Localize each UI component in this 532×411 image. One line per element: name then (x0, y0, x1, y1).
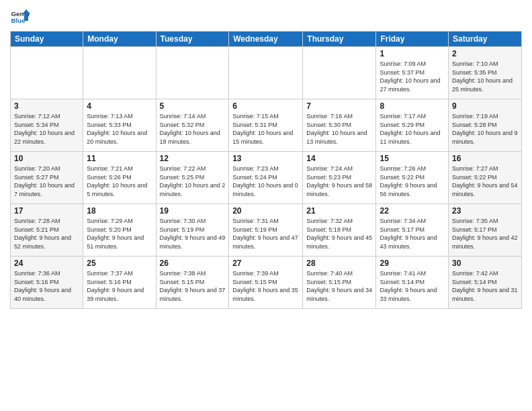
day-number: 5 (160, 101, 226, 111)
page: General Blue SundayMondayTuesdayWednesda… (0, 0, 532, 316)
day-number: 14 (306, 154, 372, 163)
day-number: 3 (14, 101, 79, 111)
day-info: Sunrise: 7:35 AMSunset: 5:17 PMDaylight:… (452, 217, 518, 250)
calendar-cell: 9Sunrise: 7:19 AMSunset: 5:28 PMDaylight… (449, 99, 522, 152)
day-info: Sunrise: 7:34 AMSunset: 5:17 PMDaylight:… (380, 217, 445, 250)
calendar-cell: 11Sunrise: 7:21 AMSunset: 5:26 PMDayligh… (83, 152, 156, 204)
header: General Blue (10, 7, 522, 27)
calendar-cell: 20Sunrise: 7:31 AMSunset: 5:19 PMDayligh… (229, 204, 303, 257)
day-header-thursday: Thursday (303, 32, 376, 47)
day-number: 29 (380, 259, 445, 268)
day-number: 18 (87, 206, 152, 216)
calendar-cell: 7Sunrise: 7:16 AMSunset: 5:30 PMDaylight… (303, 99, 376, 152)
day-number: 6 (232, 101, 299, 111)
day-info: Sunrise: 7:17 AMSunset: 5:29 PMDaylight:… (380, 112, 445, 146)
svg-text:Blue: Blue (11, 17, 26, 24)
day-number: 27 (232, 259, 299, 268)
calendar-cell: 16Sunrise: 7:27 AMSunset: 5:22 PMDayligh… (449, 152, 522, 204)
day-info: Sunrise: 7:31 AMSunset: 5:19 PMDaylight:… (232, 217, 299, 250)
calendar-cell: 12Sunrise: 7:22 AMSunset: 5:25 PMDayligh… (156, 152, 229, 204)
calendar-cell: 23Sunrise: 7:35 AMSunset: 5:17 PMDayligh… (449, 204, 522, 257)
calendar-cell (156, 47, 229, 99)
day-info: Sunrise: 7:24 AMSunset: 5:23 PMDaylight:… (306, 165, 372, 198)
day-number: 4 (87, 101, 152, 111)
day-number: 24 (14, 259, 79, 268)
day-number: 1 (380, 49, 445, 58)
calendar-cell: 8Sunrise: 7:17 AMSunset: 5:29 PMDaylight… (376, 99, 449, 152)
day-header-saturday: Saturday (449, 32, 522, 47)
day-number: 22 (380, 206, 445, 216)
day-number: 8 (380, 101, 445, 111)
calendar-cell (303, 47, 376, 99)
day-info: Sunrise: 7:22 AMSunset: 5:25 PMDaylight:… (160, 165, 226, 198)
day-info: Sunrise: 7:12 AMSunset: 5:34 PMDaylight:… (14, 112, 79, 146)
day-number: 20 (232, 206, 299, 216)
calendar-cell: 29Sunrise: 7:41 AMSunset: 5:14 PMDayligh… (376, 257, 449, 309)
calendar-cell: 4Sunrise: 7:13 AMSunset: 5:33 PMDaylight… (83, 99, 156, 152)
calendar-cell: 27Sunrise: 7:39 AMSunset: 5:15 PMDayligh… (229, 257, 303, 309)
day-number: 26 (160, 259, 226, 268)
day-header-wednesday: Wednesday (229, 32, 303, 47)
calendar-cell: 26Sunrise: 7:38 AMSunset: 5:15 PMDayligh… (156, 257, 229, 309)
calendar-cell: 19Sunrise: 7:30 AMSunset: 5:19 PMDayligh… (156, 204, 229, 257)
day-info: Sunrise: 7:42 AMSunset: 5:14 PMDaylight:… (452, 269, 518, 303)
day-info: Sunrise: 7:13 AMSunset: 5:33 PMDaylight:… (87, 112, 152, 146)
day-info: Sunrise: 7:29 AMSunset: 5:20 PMDaylight:… (87, 217, 152, 250)
calendar-header-row: SundayMondayTuesdayWednesdayThursdayFrid… (11, 32, 522, 47)
logo-icon: General Blue (10, 7, 30, 27)
calendar-cell: 24Sunrise: 7:36 AMSunset: 5:16 PMDayligh… (11, 257, 83, 309)
week-row-2: 3Sunrise: 7:12 AMSunset: 5:34 PMDaylight… (11, 99, 522, 152)
calendar-cell: 28Sunrise: 7:40 AMSunset: 5:15 PMDayligh… (303, 257, 376, 309)
day-info: Sunrise: 7:32 AMSunset: 5:18 PMDaylight:… (306, 217, 372, 250)
day-info: Sunrise: 7:36 AMSunset: 5:16 PMDaylight:… (14, 269, 79, 303)
day-number: 19 (160, 206, 226, 216)
day-number: 9 (452, 101, 518, 111)
week-row-3: 10Sunrise: 7:20 AMSunset: 5:27 PMDayligh… (11, 152, 522, 204)
day-header-monday: Monday (83, 32, 156, 47)
day-info: Sunrise: 7:21 AMSunset: 5:26 PMDaylight:… (87, 165, 152, 198)
day-number: 21 (306, 206, 372, 216)
day-number: 25 (87, 259, 152, 268)
day-info: Sunrise: 7:27 AMSunset: 5:22 PMDaylight:… (452, 165, 518, 198)
calendar-cell: 15Sunrise: 7:26 AMSunset: 5:22 PMDayligh… (376, 152, 449, 204)
day-info: Sunrise: 7:10 AMSunset: 5:35 PMDaylight:… (452, 60, 518, 93)
day-info: Sunrise: 7:41 AMSunset: 5:14 PMDaylight:… (380, 269, 445, 303)
day-info: Sunrise: 7:30 AMSunset: 5:19 PMDaylight:… (160, 217, 226, 250)
calendar-cell: 10Sunrise: 7:20 AMSunset: 5:27 PMDayligh… (11, 152, 83, 204)
day-info: Sunrise: 7:15 AMSunset: 5:31 PMDaylight:… (232, 112, 299, 146)
calendar-cell: 1Sunrise: 7:09 AMSunset: 5:37 PMDaylight… (376, 47, 449, 99)
week-row-1: 1Sunrise: 7:09 AMSunset: 5:37 PMDaylight… (11, 47, 522, 99)
day-number: 30 (452, 259, 518, 268)
calendar-cell: 17Sunrise: 7:28 AMSunset: 5:21 PMDayligh… (11, 204, 83, 257)
day-info: Sunrise: 7:39 AMSunset: 5:15 PMDaylight:… (232, 269, 299, 303)
calendar-cell: 5Sunrise: 7:14 AMSunset: 5:32 PMDaylight… (156, 99, 229, 152)
day-info: Sunrise: 7:20 AMSunset: 5:27 PMDaylight:… (14, 165, 79, 198)
calendar-cell (11, 47, 83, 99)
calendar-table: SundayMondayTuesdayWednesdayThursdayFrid… (10, 31, 522, 309)
calendar-cell: 30Sunrise: 7:42 AMSunset: 5:14 PMDayligh… (449, 257, 522, 309)
day-info: Sunrise: 7:23 AMSunset: 5:24 PMDaylight:… (232, 165, 299, 198)
day-number: 7 (306, 101, 372, 111)
calendar-cell: 21Sunrise: 7:32 AMSunset: 5:18 PMDayligh… (303, 204, 376, 257)
day-number: 12 (160, 154, 226, 163)
calendar-cell: 14Sunrise: 7:24 AMSunset: 5:23 PMDayligh… (303, 152, 376, 204)
day-number: 10 (14, 154, 79, 163)
calendar-cell (83, 47, 156, 99)
calendar-cell: 3Sunrise: 7:12 AMSunset: 5:34 PMDaylight… (11, 99, 83, 152)
day-info: Sunrise: 7:26 AMSunset: 5:22 PMDaylight:… (380, 165, 445, 198)
day-header-tuesday: Tuesday (156, 32, 229, 47)
calendar-cell: 13Sunrise: 7:23 AMSunset: 5:24 PMDayligh… (229, 152, 303, 204)
calendar-cell (229, 47, 303, 99)
day-info: Sunrise: 7:28 AMSunset: 5:21 PMDaylight:… (14, 217, 79, 250)
day-info: Sunrise: 7:40 AMSunset: 5:15 PMDaylight:… (306, 269, 372, 303)
day-header-sunday: Sunday (11, 32, 83, 47)
day-number: 16 (452, 154, 518, 163)
day-number: 15 (380, 154, 445, 163)
day-number: 28 (306, 259, 372, 268)
calendar-cell: 2Sunrise: 7:10 AMSunset: 5:35 PMDaylight… (449, 47, 522, 99)
week-row-4: 17Sunrise: 7:28 AMSunset: 5:21 PMDayligh… (11, 204, 522, 257)
day-info: Sunrise: 7:37 AMSunset: 5:16 PMDaylight:… (87, 269, 152, 303)
day-number: 23 (452, 206, 518, 216)
logo: General Blue (10, 7, 30, 27)
day-info: Sunrise: 7:16 AMSunset: 5:30 PMDaylight:… (306, 112, 372, 146)
